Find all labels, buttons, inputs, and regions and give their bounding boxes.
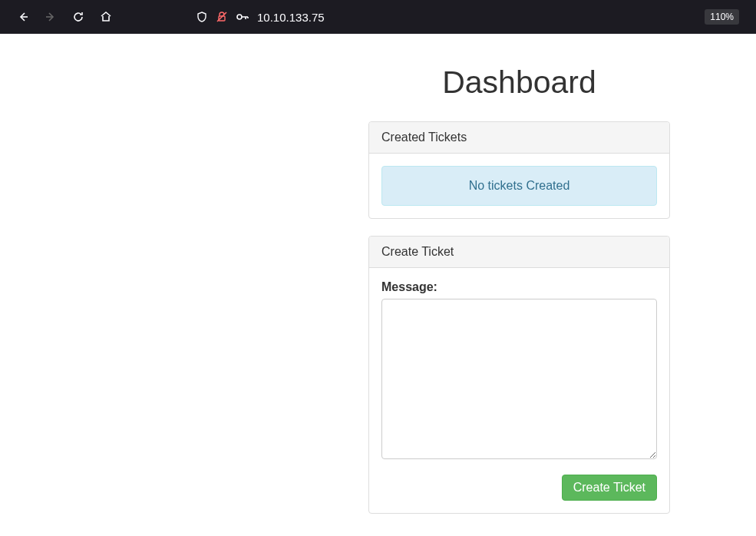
- create-ticket-panel: Create Ticket Message: Create Ticket: [368, 236, 670, 514]
- home-button[interactable]: [95, 6, 117, 28]
- url-text: 10.10.133.75: [257, 11, 325, 24]
- arrow-left-icon: [17, 11, 29, 23]
- no-tickets-alert: No tickets Created: [381, 166, 657, 206]
- page-title: Dashboard: [368, 65, 670, 101]
- page-content: Dashboard Created Tickets No tickets Cre…: [0, 34, 756, 531]
- arrow-right-icon: [45, 11, 57, 23]
- back-button[interactable]: [12, 6, 34, 28]
- created-tickets-panel: Created Tickets No tickets Created: [368, 121, 670, 219]
- shield-icon: [196, 11, 208, 23]
- reload-button[interactable]: [68, 6, 89, 28]
- forward-button[interactable]: [40, 6, 61, 28]
- zoom-badge[interactable]: 110%: [705, 9, 739, 25]
- browser-toolbar: 10.10.133.75 110%: [0, 0, 756, 34]
- create-ticket-header: Create Ticket: [369, 237, 669, 268]
- home-icon: [100, 11, 112, 23]
- message-label: Message:: [381, 280, 657, 294]
- address-bar[interactable]: 10.10.133.75 110%: [196, 9, 744, 25]
- create-ticket-button[interactable]: Create Ticket: [562, 475, 657, 501]
- message-textarea[interactable]: [381, 299, 657, 459]
- key-icon: [236, 11, 249, 23]
- svg-point-2: [237, 15, 242, 19]
- lock-insecure-icon: [216, 11, 228, 23]
- reload-icon: [72, 11, 84, 23]
- created-tickets-header: Created Tickets: [369, 122, 669, 154]
